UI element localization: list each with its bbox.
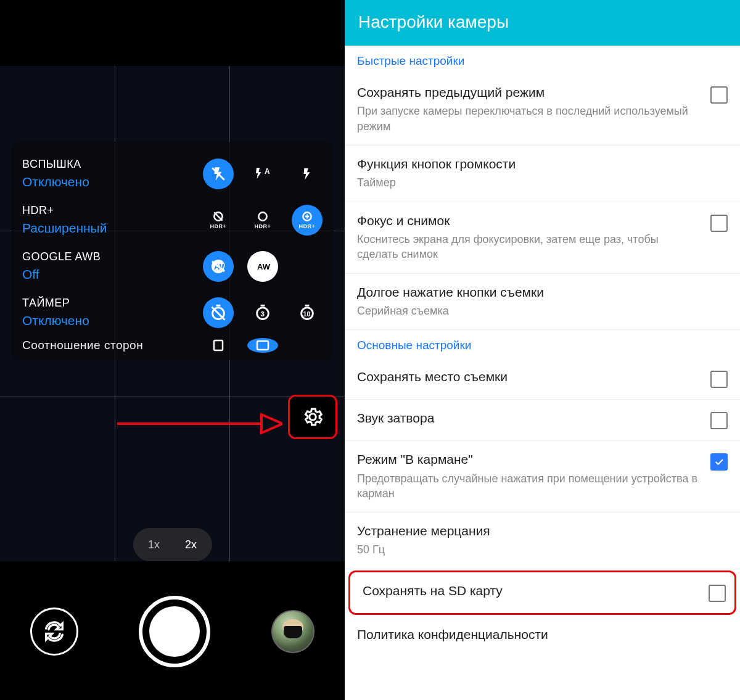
annotation-arrow-icon xyxy=(115,408,282,439)
aspect-opt-1-icon[interactable] xyxy=(203,338,234,353)
appbar-title: Настройки камеры xyxy=(345,0,740,46)
quick-row-hdr: HDR+ Расширенный HDR+ HDR+ HDR+ xyxy=(11,199,334,245)
setting-sub: При запуске камеры переключаться в после… xyxy=(357,104,701,134)
svg-text:AW: AW xyxy=(257,262,271,271)
awb-off-icon[interactable]: AW xyxy=(203,251,234,282)
svg-text:3: 3 xyxy=(261,309,265,317)
setting-shutter-sound[interactable]: Звук затвора xyxy=(345,400,740,441)
camera-settings-screen: Настройки камеры Быстрые настройки Сохра… xyxy=(345,0,740,700)
setting-title: Политика конфиденциальности xyxy=(357,626,728,643)
aspect-opt-2-icon[interactable] xyxy=(247,338,278,353)
flash-value: Отключено xyxy=(22,175,89,189)
setting-sub: 50 Гц xyxy=(357,542,728,557)
flash-auto-icon[interactable]: A xyxy=(247,159,278,189)
gallery-thumbnail[interactable] xyxy=(271,610,314,653)
quick-row-flash: ВСПЫШКА Отключено A xyxy=(11,153,334,199)
section-main-label: Основные настройки xyxy=(345,330,740,358)
setting-volume-keys[interactable]: Функция кнопок громкости Таймер xyxy=(345,146,740,202)
svg-text:10: 10 xyxy=(303,310,311,317)
awb-value: Off xyxy=(22,267,101,282)
awb-label: GOOGLE AWB xyxy=(22,250,101,263)
section-quick-label: Быстрые настройки xyxy=(345,46,740,74)
checkbox[interactable] xyxy=(710,412,728,429)
setting-sub: Таймер xyxy=(357,175,728,190)
quick-row-aspect: Соотношение сторон xyxy=(11,338,334,355)
svg-point-4 xyxy=(258,212,266,220)
setting-title: Устранение мерцания xyxy=(357,522,728,540)
setting-privacy-policy[interactable]: Политика конфиденциальности xyxy=(345,616,740,654)
switch-camera-icon xyxy=(42,619,67,644)
gear-icon xyxy=(302,406,324,428)
hdr-enhanced-icon[interactable]: HDR+ xyxy=(292,205,323,236)
timer-off-icon[interactable] xyxy=(203,297,234,328)
zoom-switch: 1x 2x xyxy=(133,528,212,561)
setting-title: Сохранять место съемки xyxy=(357,368,701,385)
flash-label: ВСПЫШКА xyxy=(22,158,89,171)
svg-rect-22 xyxy=(257,341,268,350)
hdr-label: HDR+ xyxy=(22,204,107,217)
flash-on-icon[interactable] xyxy=(292,159,323,189)
setting-sub: Серийная съемка xyxy=(357,303,728,318)
checkbox[interactable] xyxy=(710,453,728,471)
quick-settings-panel: ВСПЫШКА Отключено A xyxy=(11,142,334,360)
setting-sub: Коснитесь экрана для фокусировки, затем … xyxy=(357,232,701,262)
hdr-value: Расширенный xyxy=(22,221,107,236)
timer-value: Отключено xyxy=(22,313,89,328)
checkbox[interactable] xyxy=(710,215,728,232)
switch-camera-button[interactable] xyxy=(30,607,78,656)
shutter-button[interactable] xyxy=(139,596,210,667)
setting-title: Долгое нажатие кнопки съемки xyxy=(357,284,728,301)
checkbox[interactable] xyxy=(710,371,728,388)
setting-title: Функция кнопок громкости xyxy=(357,155,728,173)
setting-title: Режим "В кармане" xyxy=(357,451,701,468)
hdr-on-icon[interactable]: HDR+ xyxy=(247,205,278,236)
awb-on-icon[interactable]: AW xyxy=(247,251,278,282)
quick-row-timer: ТАЙМЕР Отключено 3 10 xyxy=(11,292,334,338)
checkbox[interactable] xyxy=(709,585,726,602)
settings-button[interactable] xyxy=(288,395,337,439)
timer-label: ТАЙМЕР xyxy=(22,297,89,310)
svg-marker-24 xyxy=(261,414,282,433)
setting-sub: Предотвращать случайные нажатия при поме… xyxy=(357,471,701,501)
zoom-1x[interactable]: 1x xyxy=(136,530,173,559)
zoom-2x[interactable]: 2x xyxy=(173,530,210,559)
timer-3s-icon[interactable]: 3 xyxy=(247,297,278,328)
svg-rect-21 xyxy=(214,340,223,350)
setting-long-press[interactable]: Долгое нажатие кнопки съемки Серийная съ… xyxy=(345,274,740,331)
setting-title: Звук затвора xyxy=(357,410,701,427)
setting-save-to-sd[interactable]: Сохранять на SD карту xyxy=(348,570,736,615)
setting-anti-flicker[interactable]: Устранение мерцания 50 Гц xyxy=(345,513,740,569)
checkbox[interactable] xyxy=(710,86,728,104)
setting-title: Фокус и снимок xyxy=(357,212,701,229)
camera-bottom-bar xyxy=(0,563,345,700)
camera-app: ВСПЫШКА Отключено A xyxy=(0,0,345,700)
setting-pocket-mode[interactable]: Режим "В кармане" Предотвращать случайны… xyxy=(345,441,740,513)
hdr-off-icon[interactable]: HDR+ xyxy=(203,205,234,236)
setting-save-location[interactable]: Сохранять место съемки xyxy=(345,358,740,400)
setting-focus-shot[interactable]: Фокус и снимок Коснитесь экрана для фоку… xyxy=(345,202,740,274)
setting-prev-mode[interactable]: Сохранять предыдущий режим При запуске к… xyxy=(345,74,740,146)
setting-title: Сохранять на SD карту xyxy=(363,582,699,599)
aspect-label: Соотношение сторон xyxy=(22,339,143,352)
svg-text:A: A xyxy=(265,167,270,176)
flash-off-icon[interactable] xyxy=(203,159,234,189)
setting-title: Сохранять предыдущий режим xyxy=(357,84,701,101)
quick-row-awb: GOOGLE AWB Off AW AW xyxy=(11,245,334,292)
timer-10s-icon[interactable]: 10 xyxy=(292,297,323,328)
